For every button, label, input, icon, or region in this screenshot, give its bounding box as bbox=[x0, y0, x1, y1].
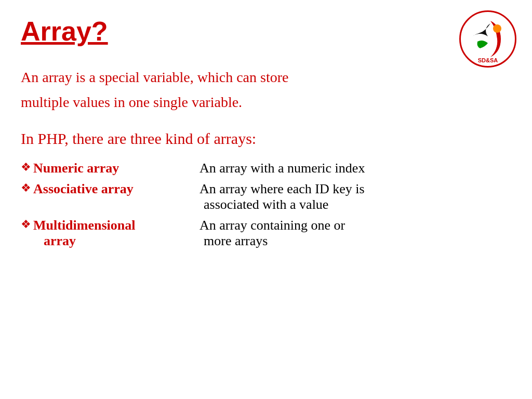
intro-line1: An array is a special variable, which ca… bbox=[21, 69, 288, 85]
type-desc-numeric: An array with a numeric index bbox=[200, 161, 511, 176]
type-desc-associative: An array where each ID key is associated… bbox=[200, 181, 511, 212]
slide: SD&SA Array? An array is a special varia… bbox=[0, 0, 532, 399]
bullet-icon: ❖ bbox=[21, 161, 31, 174]
assoc-desc-line1: An array where each ID key is bbox=[200, 181, 511, 197]
intro-text: An array is a special variable, which ca… bbox=[21, 65, 511, 114]
multi-desc-line2: more arrays bbox=[200, 233, 511, 249]
sub-heading: In PHP, there are three kind of arrays: bbox=[21, 130, 511, 148]
multi-desc-line1: An array containing one or bbox=[200, 218, 511, 233]
list-item: ❖ Associative array An array where each … bbox=[21, 181, 511, 212]
array-types-list: ❖ Numeric array An array with a numeric … bbox=[21, 161, 511, 249]
logo-circle: SD&SA bbox=[459, 10, 516, 68]
intro-line2: multiple values in one single variable. bbox=[21, 94, 242, 110]
list-item: ❖ Numeric array An array with a numeric … bbox=[21, 161, 511, 176]
bullet-icon: ❖ bbox=[21, 181, 31, 195]
type-name-multi: Multidimensional array bbox=[33, 218, 200, 249]
page-title: Array? bbox=[21, 16, 108, 47]
type-desc-multi: An array containing one or more arrays bbox=[200, 218, 511, 249]
type-name-associative: Associative array bbox=[33, 181, 200, 197]
logo: SD&SA bbox=[459, 10, 516, 68]
svg-point-1 bbox=[493, 24, 501, 33]
type-name-numeric: Numeric array bbox=[33, 161, 200, 176]
assoc-desc-line2: associated with a value bbox=[200, 197, 511, 212]
logo-svg: SD&SA bbox=[462, 13, 514, 65]
list-item: ❖ Multidimensional array An array contai… bbox=[21, 218, 511, 249]
bullet-icon: ❖ bbox=[21, 218, 31, 231]
multi-name-line1: Multidimensional bbox=[33, 218, 200, 233]
multi-name-line2: array bbox=[33, 233, 200, 249]
svg-text:SD&SA: SD&SA bbox=[478, 57, 498, 63]
